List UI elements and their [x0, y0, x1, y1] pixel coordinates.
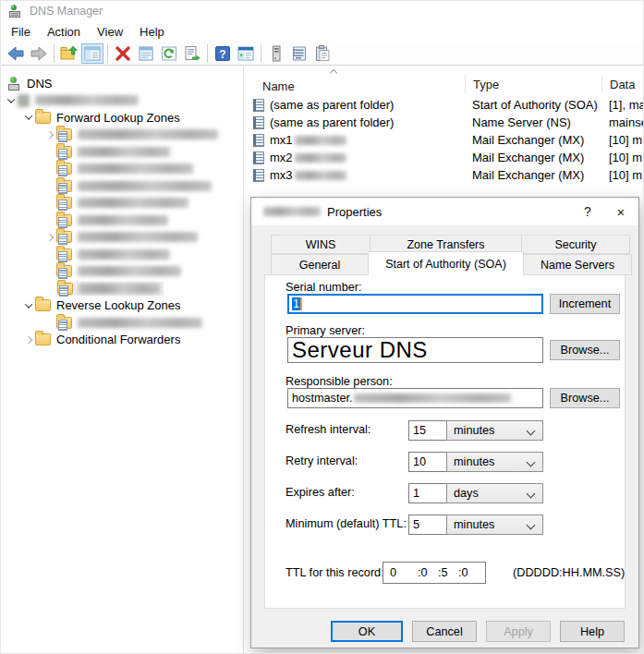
ok-button[interactable]: OK [331, 621, 403, 642]
redacted-zone-name [78, 266, 181, 276]
browse-responsible-button[interactable]: Browse... [550, 388, 620, 408]
menu-help[interactable]: Help [131, 23, 173, 41]
console-window-button[interactable] [235, 43, 257, 64]
cancel-button[interactable]: Cancel [412, 621, 477, 642]
primary-server-input[interactable]: Serveur DNS [287, 337, 543, 363]
back-button[interactable] [5, 43, 27, 64]
server-status-button[interactable] [265, 43, 287, 64]
help-button[interactable]: ? [212, 43, 234, 64]
chevron-down-icon[interactable] [5, 98, 18, 103]
record-data: [1], ma [601, 98, 643, 112]
tree-conditional-forwarders[interactable]: Conditional Forwarders [1, 332, 243, 349]
column-header-type[interactable]: Type [465, 75, 601, 93]
up-one-level-button[interactable] [58, 43, 80, 64]
column-header-name[interactable]: Name [250, 79, 465, 93]
record-row[interactable]: mx1 Mail Exchanger (MX) [10] m [250, 131, 643, 149]
record-row[interactable]: mx2 Mail Exchanger (MX) [10] m [250, 149, 643, 166]
console-tree-pane: DNS Forward Lookup Zones [1, 67, 244, 653]
tab-general[interactable]: General [271, 254, 369, 275]
zone-icon [56, 180, 72, 192]
export-list-icon [183, 44, 201, 63]
property-tabs: WINS Zone Transfers Security General Sta… [271, 235, 632, 275]
close-icon[interactable]: × [607, 198, 635, 225]
column-header-data[interactable]: Data [601, 75, 643, 93]
apply-button[interactable]: Apply [486, 621, 551, 642]
refresh-interval-input[interactable]: 15 [408, 420, 449, 441]
record-row[interactable]: (same as parent folder) Name Server (NS)… [250, 114, 643, 131]
tree-zone-item[interactable] [1, 143, 243, 161]
record-data: [10] m [601, 133, 643, 147]
menu-file[interactable]: File [3, 23, 39, 41]
chevron-right-icon[interactable] [43, 235, 56, 240]
toggle-console-tree-button[interactable] [81, 43, 103, 64]
tree-server-node[interactable] [1, 92, 243, 110]
record-data: [10] m [601, 151, 643, 164]
menu-action[interactable]: Action [39, 23, 89, 41]
record-list-icon [290, 44, 309, 63]
forward-button[interactable] [28, 43, 50, 64]
expires-after-label: Expires after: [286, 486, 355, 499]
tree-reverse-lookup-zones[interactable]: Reverse Lookup Zones [1, 297, 243, 315]
properties-button[interactable] [135, 43, 157, 64]
chevron-down-icon[interactable] [22, 303, 35, 309]
expires-after-unit-select[interactable]: days [446, 483, 543, 503]
server-icon-redacted [18, 94, 30, 107]
tree-zone-item[interactable] [1, 127, 243, 144]
increment-button[interactable]: Increment [550, 294, 620, 314]
expires-after-value: 1 [413, 487, 419, 500]
retry-interval-input[interactable]: 10 [408, 452, 449, 472]
retry-interval-unit-select[interactable]: minutes [446, 452, 543, 472]
tree-zone-item[interactable] [1, 177, 243, 195]
title-bar: DNS Manager [1, 1, 643, 21]
zone-icon [56, 248, 72, 260]
tree-reverse-zone-item[interactable] [1, 314, 243, 332]
refresh-interval-label: Refresh interval: [286, 423, 371, 436]
minimum-ttl-input[interactable]: 5 [408, 515, 449, 535]
menu-view[interactable]: View [89, 23, 131, 41]
refresh-button[interactable] [158, 43, 180, 64]
tree-zone-item[interactable] [1, 195, 243, 212]
help-button-dialog[interactable]: Help [560, 621, 625, 642]
chevron-down-icon[interactable] [22, 115, 35, 120]
tab-security[interactable]: Security [521, 235, 630, 254]
record-name: (same as parent folder) [270, 115, 394, 129]
redacted-zone-name [78, 198, 188, 208]
responsible-person-input[interactable]: hostmaster. [287, 388, 543, 408]
serial-number-input[interactable]: 1 [287, 294, 543, 314]
tree-zone-item[interactable] [1, 229, 243, 247]
minimum-ttl-value: 5 [413, 518, 419, 531]
record-name: mx1 [270, 133, 293, 147]
tree-forward-lookup-zones[interactable]: Forward Lookup Zones [1, 109, 243, 127]
record-list-button[interactable] [288, 43, 310, 64]
list-header: Name Type Data [250, 67, 643, 96]
tree-zone-item[interactable] [1, 161, 243, 178]
record-row[interactable]: mx3 Mail Exchanger (MX) [10] m [250, 166, 643, 184]
browse-primary-button[interactable]: Browse... [550, 340, 620, 360]
tree-zone-item[interactable] [1, 263, 243, 281]
delete-button[interactable] [112, 43, 134, 64]
tab-wins[interactable]: WINS [271, 235, 371, 254]
ttl-seconds: :0 [458, 566, 479, 579]
record-row[interactable]: (same as parent folder) Start of Authori… [250, 96, 643, 114]
tree-zone-item-selected[interactable] [1, 280, 243, 297]
tree-root-dns[interactable]: DNS [1, 75, 243, 92]
refresh-interval-unit-select[interactable]: minutes [446, 420, 543, 441]
responsible-person-value: hostmaster. [292, 392, 353, 405]
chevron-right-icon[interactable] [22, 337, 35, 343]
tab-name-servers[interactable]: Name Servers [523, 254, 632, 275]
record-type: Mail Exchanger (MX) [465, 168, 601, 182]
export-list-button[interactable] [181, 43, 203, 64]
expires-after-unit: days [454, 487, 479, 500]
clipboard-button[interactable] [311, 43, 334, 64]
expires-after-input[interactable]: 1 [408, 483, 449, 503]
tree-zone-item[interactable] [1, 246, 243, 263]
tab-start-of-authority[interactable]: Start of Authority (SOA) [368, 251, 524, 275]
tree-zone-item[interactable] [1, 212, 243, 229]
zone-icon [56, 128, 72, 140]
zone-properties-dialog: Properties ? × WINS Zone Transfers Secur… [250, 197, 639, 648]
ttl-record-input[interactable]: 0 :0 :5 :0 [383, 562, 486, 584]
chevron-right-icon[interactable] [43, 132, 56, 138]
dialog-help-button[interactable]: ? [574, 198, 601, 225]
ttl-record-label: TTL for this record: [286, 566, 384, 579]
minimum-ttl-unit-select[interactable]: minutes [446, 515, 543, 535]
